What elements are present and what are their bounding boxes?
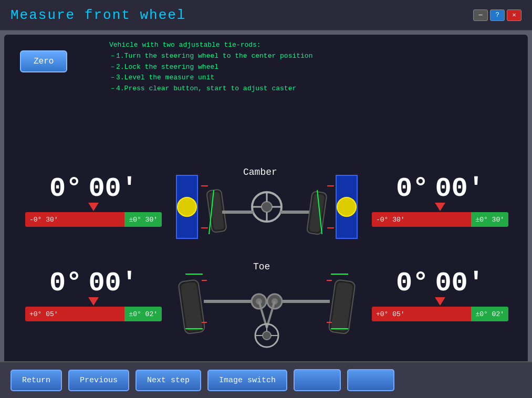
right-toe-degrees: 0° <box>396 270 429 297</box>
instruction-line-4: －4.Press clear button, start to adjust c… <box>109 83 312 95</box>
right-camber-minutes: 00' <box>435 175 484 203</box>
right-camber-display: 0° 00' -0° 30' ±0° 30' <box>372 175 508 227</box>
right-camber-spec-red: -0° 30' <box>372 212 471 227</box>
bottom-navigation: Return Previous Next step Image switch <box>0 361 532 398</box>
left-camber-spec-bar: -0° 30' ±0° 30' <box>25 212 162 227</box>
left-camber-arrow <box>88 203 99 211</box>
instructions: Vehicle with two adjustable tie-rods: －1… <box>109 40 312 95</box>
instruction-line-1: －1.Turn the steering wheel to the center… <box>109 51 312 62</box>
left-toe-spec-red: +0° 05' <box>25 307 124 321</box>
next-step-button[interactable]: Next step <box>135 370 201 391</box>
instruction-line-3: －3.Level the measure unit <box>109 72 312 83</box>
left-toe-spec-green: ±0° 02' <box>124 307 162 321</box>
title-bar: Measure front wheel — ? ✕ <box>0 0 532 30</box>
zero-button[interactable]: Zero <box>20 50 67 72</box>
right-camber-arrow <box>435 203 445 211</box>
window-controls: — ? ✕ <box>473 9 521 21</box>
left-camber-degrees: 0° <box>49 175 82 203</box>
instruction-line-0: Vehicle with two adjustable tie-rods: <box>109 40 312 51</box>
close-button[interactable]: ✕ <box>507 9 521 21</box>
window-title: Measure front wheel <box>11 7 186 23</box>
left-toe-minutes: 00' <box>88 270 138 297</box>
help-button[interactable]: ? <box>490 9 505 21</box>
right-toe-minutes: 00' <box>435 270 484 297</box>
left-camber-display: 0° 00' -0° 30' ±0° 30' <box>25 175 162 227</box>
minimize-button[interactable]: — <box>473 9 488 21</box>
right-camber-spec-green: ±0° 30' <box>471 212 508 227</box>
empty-button-1[interactable] <box>294 369 341 391</box>
left-camber-spec-green: ±0° 30' <box>124 212 162 227</box>
main-content: Zero Vehicle with two adjustable tie-rod… <box>4 35 528 364</box>
svg-point-7 <box>262 202 272 212</box>
image-switch-button[interactable]: Image switch <box>207 370 287 391</box>
right-toe-spec-red: +0° 05' <box>372 307 471 321</box>
camber-car-diagram <box>172 170 361 254</box>
left-camber-minutes: 00' <box>88 175 138 203</box>
right-toe-spec-bar: +0° 05' ±0° 02' <box>372 307 508 321</box>
right-toe-spec-green: ±0° 02' <box>471 307 508 321</box>
svg-point-19 <box>337 197 356 216</box>
left-camber-spec-red: -0° 30' <box>25 212 124 227</box>
left-toe-degrees: 0° <box>49 270 82 297</box>
right-toe-arrow <box>435 297 445 306</box>
left-toe-spec-bar: +0° 05' ±0° 02' <box>25 307 162 321</box>
right-toe-display: 0° 00' +0° 05' ±0° 02' <box>372 270 508 321</box>
return-button[interactable]: Return <box>11 370 62 391</box>
previous-button[interactable]: Previous <box>68 370 129 391</box>
toe-car-diagram <box>178 265 356 354</box>
right-camber-degrees: 0° <box>396 175 429 203</box>
empty-button-2[interactable] <box>347 369 394 391</box>
svg-point-35 <box>263 331 271 340</box>
left-toe-arrow <box>88 297 99 306</box>
left-toe-display: 0° 00' +0° 05' ±0° 02' <box>25 270 162 321</box>
svg-point-1 <box>178 197 196 216</box>
right-camber-spec-bar: -0° 30' ±0° 30' <box>372 212 508 227</box>
instruction-line-2: －2.Lock the steering wheel <box>109 62 312 73</box>
